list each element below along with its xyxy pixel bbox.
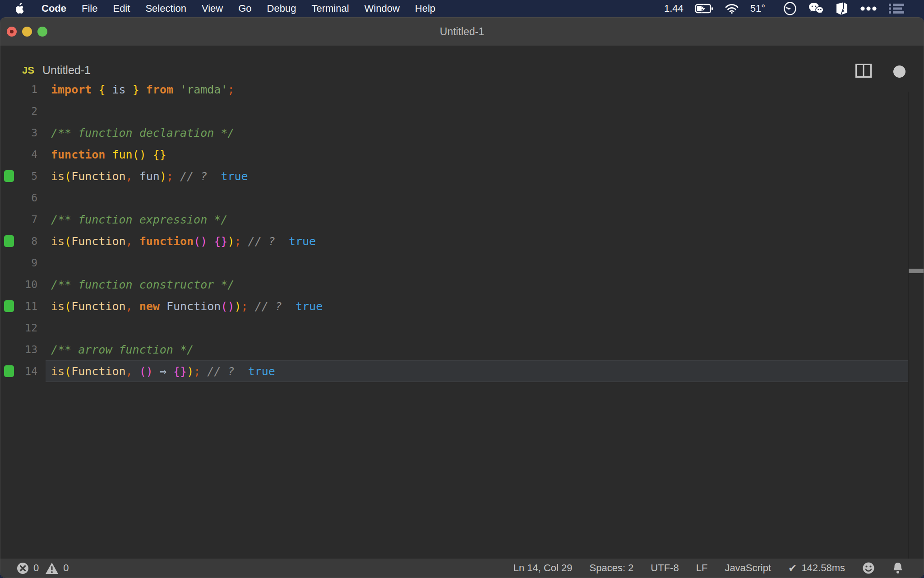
traffic-lights [0,18,47,46]
close-button[interactable] [7,27,17,37]
code-text: /** function declaration */ [51,126,234,140]
statusbar: 0 0 Ln 14, Col 29 Spaces: 2 UTF-8 LF Jav… [0,559,924,578]
code-text: function fun() {} [51,148,166,161]
line-number[interactable]: 9 [0,257,37,269]
code-line-8[interactable]: 8is(Function, function() {}); // ? true [0,230,909,252]
code-line-5[interactable]: 5is(Function, fun); // ? true [0,165,909,187]
javascript-file-icon: JS [22,65,34,76]
code-line-14[interactable]: 14is(Function, () ⇒ {}); // ? true [0,360,909,382]
vscode-window: Untitled-1 JS Untitled-1 1import { is } … [0,17,924,578]
check-icon: ✔ [788,562,797,574]
code-line-7[interactable]: 7/** function expression */ [0,209,909,230]
split-editor-icon[interactable] [855,64,872,79]
open-editor-tab[interactable]: JS Untitled-1 [22,64,91,77]
error-icon [17,562,29,574]
code-text: /** arrow function */ [51,343,194,356]
editor-actions [855,64,906,79]
line-number[interactable]: 5 [0,170,37,182]
code-text: is(Function, fun); // ? true [51,170,248,183]
apple-menu-icon[interactable] [14,3,24,14]
quokka-perf[interactable]: ✔ 142.58ms [788,562,845,574]
code-line-1[interactable]: 1import { is } from 'ramda'; [0,79,909,100]
feedback-smiley[interactable] [862,562,875,574]
code-line-9[interactable]: 9 [0,252,909,274]
window-titlebar[interactable]: Untitled-1 [0,18,924,46]
line-number[interactable]: 12 [0,322,37,334]
minimize-button[interactable] [22,27,32,37]
overview-ruler[interactable] [908,92,924,559]
notifications-bell[interactable] [892,562,904,574]
indentation[interactable]: Spaces: 2 [590,562,634,574]
temperature-value[interactable]: 51° [750,3,765,14]
code-line-4[interactable]: 4function fun() {} [0,144,909,165]
line-number[interactable]: 7 [0,214,37,225]
wechat-icon[interactable] [808,2,824,15]
bell-icon [892,562,904,574]
smiley-icon [862,562,875,574]
cursor-position[interactable]: Ln 14, Col 29 [513,562,573,574]
eol-sequence[interactable]: LF [696,562,708,574]
menu-item-debug[interactable]: Debug [267,3,296,14]
menu-item-window[interactable]: Window [365,3,400,14]
line-number[interactable]: 11 [0,300,37,312]
encoding[interactable]: UTF-8 [651,562,679,574]
clock-icon[interactable] [783,2,797,15]
code-text: is(Function, () ⇒ {}); // ? true [51,365,275,378]
line-number[interactable]: 10 [0,279,37,290]
tab-filename: Untitled-1 [42,64,91,77]
code-text: is(Function, function() {}); // ? true [51,235,316,248]
zoom-button[interactable] [37,27,47,37]
notes-app-icon[interactable] [836,2,848,15]
battery-charging-icon[interactable] [695,4,713,14]
menu-item-file[interactable]: File [82,3,97,14]
language-mode[interactable]: JavaScript [725,562,771,574]
menu-item-go[interactable]: Go [238,3,251,14]
overview-ruler-mark [909,269,924,273]
code-line-13[interactable]: 13/** arrow function */ [0,339,909,360]
line-number[interactable]: 14 [0,365,37,377]
code-text: /** function expression */ [51,213,227,226]
line-number[interactable]: 1 [0,84,37,95]
menubar-status-items: 1.44 51° [664,2,924,15]
menu-item-edit[interactable]: Edit [113,3,130,14]
menu-item-help[interactable]: Help [415,3,435,14]
code-line-3[interactable]: 3/** function declaration */ [0,122,909,144]
line-number[interactable]: 2 [0,105,37,117]
warning-icon [45,562,59,574]
code-text: is(Function, new Function()); // ? true [51,300,323,313]
battery-time-value[interactable]: 1.44 [664,3,684,14]
unsaved-changes-dot[interactable] [893,65,906,78]
problems-errors[interactable]: 0 [17,562,39,574]
menu-item-code[interactable]: Code [42,3,66,14]
code-text: import { is } from 'ramda'; [51,83,235,96]
menu-item-view[interactable]: View [202,3,223,14]
menu-item-selection[interactable]: Selection [145,3,186,14]
code-text: /** function constructor */ [51,278,234,291]
code-line-11[interactable]: 11is(Function, new Function()); // ? tru… [0,295,909,317]
line-number[interactable]: 8 [0,235,37,247]
menubar: CodeFileEditSelectionViewGoDebugTerminal… [0,0,924,17]
list-menu-icon[interactable] [889,3,904,14]
line-number[interactable]: 3 [0,127,37,139]
line-number[interactable]: 13 [0,344,37,355]
more-dots-icon[interactable] [860,6,877,11]
menubar-left: CodeFileEditSelectionViewGoDebugTerminal… [0,3,435,14]
code-editor[interactable]: 1import { is } from 'ramda';23/** functi… [0,79,909,382]
window-title: Untitled-1 [440,26,484,38]
line-number[interactable]: 4 [0,149,37,160]
code-line-6[interactable]: 6 [0,187,909,209]
line-number[interactable]: 6 [0,192,37,204]
code-line-10[interactable]: 10/** function constructor */ [0,274,909,295]
problems-warnings[interactable]: 0 [45,562,69,574]
wifi-icon[interactable] [725,4,739,14]
menu-item-terminal[interactable]: Terminal [311,3,349,14]
code-line-2[interactable]: 2 [0,100,909,122]
code-line-12[interactable]: 12 [0,317,909,339]
